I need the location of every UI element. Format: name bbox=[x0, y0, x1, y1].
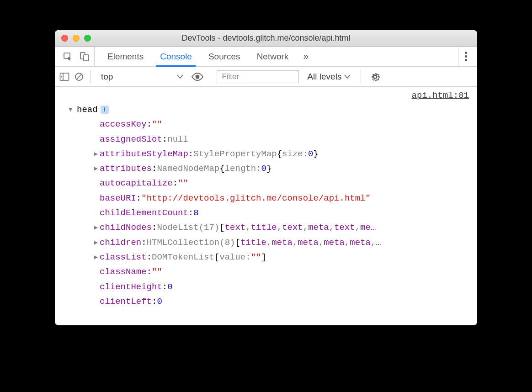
live-expression-icon[interactable] bbox=[192, 73, 203, 81]
console-settings-icon[interactable] bbox=[370, 72, 380, 82]
source-link[interactable]: api.html:81 bbox=[412, 90, 469, 101]
property-name: attributes bbox=[100, 161, 152, 176]
info-icon[interactable]: i bbox=[101, 106, 109, 114]
tab-elements[interactable]: Elements bbox=[99, 47, 152, 66]
property-value: null bbox=[167, 132, 188, 147]
toolbar-separator bbox=[210, 70, 210, 83]
console-output: api.html:81 ▼ head i accessKey: ""assign… bbox=[55, 87, 477, 325]
tab-console[interactable]: Console bbox=[152, 47, 200, 66]
property-value: "http://devtools.glitch.me/console/api.h… bbox=[141, 191, 371, 206]
svg-line-6 bbox=[76, 74, 82, 79]
console-toolbar: top All levels bbox=[55, 67, 477, 87]
property-name: clientLeft bbox=[100, 294, 152, 309]
tabbar-right bbox=[458, 47, 473, 66]
property-row[interactable]: accessKey: "" bbox=[69, 117, 470, 132]
device-toolbar-icon[interactable] bbox=[80, 52, 90, 62]
disclosure-triangle-icon[interactable]: ▶ bbox=[93, 252, 99, 263]
property-name: children bbox=[100, 235, 141, 250]
property-name: attributeStyleMap bbox=[100, 147, 188, 161]
context-label: top bbox=[101, 72, 113, 82]
property-row[interactable]: clientLeft: 0 bbox=[69, 294, 470, 309]
property-row[interactable]: ▶childNodes: NodeList(17) [text, title, … bbox=[69, 220, 470, 235]
logged-object: ▼ head i accessKey: ""assignedSlot: null… bbox=[55, 90, 477, 309]
devtools-tabbar: Elements Console Sources Network » bbox=[55, 47, 477, 67]
log-levels-select[interactable]: All levels bbox=[303, 72, 354, 82]
property-name: autocapitalize bbox=[100, 176, 173, 191]
more-options-icon[interactable] bbox=[465, 52, 467, 61]
window-title: DevTools - devtools.glitch.me/console/ap… bbox=[55, 33, 477, 43]
property-value: "" bbox=[178, 176, 188, 191]
minimize-window-button[interactable] bbox=[73, 35, 80, 42]
property-row[interactable]: ▶classList: DOMTokenList [value: ""] bbox=[69, 250, 470, 265]
property-name: classList bbox=[100, 250, 147, 265]
zoom-window-button[interactable] bbox=[84, 35, 91, 42]
property-row[interactable]: ▶attributeStyleMap: StylePropertyMap {si… bbox=[69, 147, 470, 161]
execution-context-select[interactable]: top bbox=[97, 72, 187, 82]
toolbar-separator bbox=[361, 70, 361, 83]
titlebar: DevTools - devtools.glitch.me/console/ap… bbox=[55, 30, 477, 47]
chevron-down-icon bbox=[177, 74, 183, 79]
svg-point-8 bbox=[374, 75, 377, 78]
property-row[interactable]: childElementCount: 8 bbox=[69, 206, 470, 220]
traffic-lights bbox=[55, 35, 91, 42]
tab-sources[interactable]: Sources bbox=[200, 47, 249, 66]
clear-console-icon[interactable] bbox=[74, 72, 84, 82]
svg-point-7 bbox=[196, 74, 200, 79]
panel-tabs: Elements Console Sources Network » bbox=[95, 47, 458, 66]
property-row[interactable]: ▶children: HTMLCollection(8) [title, met… bbox=[69, 235, 470, 250]
close-window-button[interactable] bbox=[61, 35, 68, 42]
tab-network[interactable]: Network bbox=[249, 47, 297, 66]
property-name: baseURI bbox=[100, 191, 136, 206]
property-name: assignedSlot bbox=[100, 132, 162, 147]
property-name: childElementCount bbox=[100, 206, 188, 220]
disclosure-triangle-icon[interactable]: ▼ bbox=[69, 105, 75, 116]
svg-rect-2 bbox=[84, 55, 89, 61]
property-value: "" bbox=[152, 117, 162, 132]
toolbar-separator bbox=[90, 70, 91, 83]
property-row[interactable]: autocapitalize: "" bbox=[69, 176, 470, 191]
property-row[interactable]: ▶attributes: NamedNodeMap {length: 0} bbox=[69, 161, 470, 176]
object-name: head bbox=[77, 102, 98, 117]
disclosure-triangle-icon[interactable]: ▶ bbox=[93, 222, 99, 233]
tabbar-left-icons bbox=[59, 47, 95, 66]
property-value: 0 bbox=[157, 294, 162, 309]
property-row[interactable]: baseURI: "http://devtools.glitch.me/cons… bbox=[69, 191, 470, 206]
tab-overflow[interactable]: » bbox=[297, 47, 315, 66]
disclosure-triangle-icon[interactable]: ▶ bbox=[93, 149, 99, 160]
object-header[interactable]: ▼ head i bbox=[69, 102, 470, 117]
property-name: accessKey bbox=[100, 117, 147, 132]
levels-label: All levels bbox=[307, 72, 341, 82]
disclosure-triangle-icon[interactable]: ▶ bbox=[93, 164, 99, 175]
devtools-window: DevTools - devtools.glitch.me/console/ap… bbox=[55, 30, 477, 325]
property-name: clientHeight bbox=[100, 280, 162, 294]
show-console-sidebar-icon[interactable] bbox=[59, 72, 69, 81]
disclosure-triangle-icon[interactable]: ▶ bbox=[93, 238, 99, 249]
property-value: 8 bbox=[193, 206, 198, 220]
property-row[interactable]: className: "" bbox=[69, 265, 470, 279]
property-row[interactable]: assignedSlot: null bbox=[69, 132, 470, 147]
property-value: 0 bbox=[167, 280, 172, 294]
chevron-down-icon bbox=[344, 74, 351, 79]
property-value: "" bbox=[152, 265, 162, 279]
property-name: childNodes bbox=[100, 220, 152, 235]
property-row[interactable]: clientHeight: 0 bbox=[69, 280, 470, 294]
inspect-element-icon[interactable] bbox=[63, 52, 73, 62]
filter-input[interactable] bbox=[217, 70, 299, 83]
property-name: className bbox=[100, 265, 147, 279]
